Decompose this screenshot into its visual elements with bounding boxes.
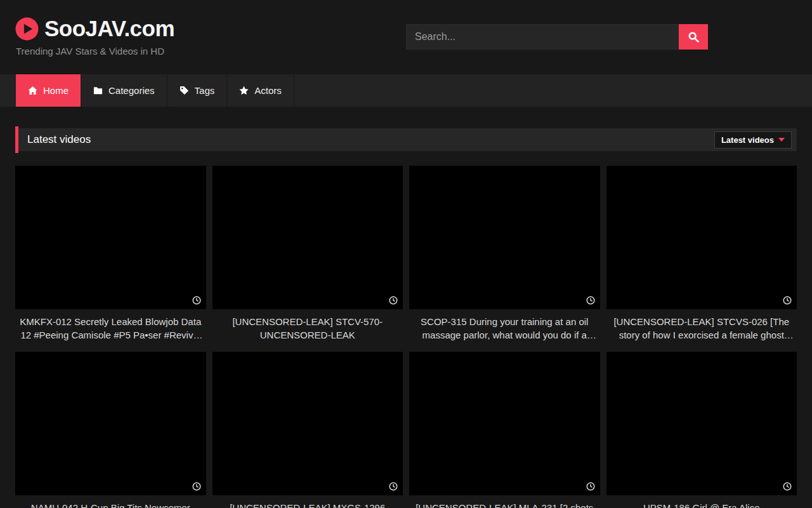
tag-icon [180, 86, 189, 95]
video-card: [UNCENSORED-LEAK] STCVS-026 [The story o… [606, 166, 797, 352]
video-card: [UNCENSORED-LEAK] STCV-570-UNCENSORED-LE… [213, 166, 403, 352]
video-title[interactable]: SCOP-315 During your training at an oil … [412, 315, 598, 342]
star-icon [239, 86, 249, 95]
video-title[interactable]: [UNCENSORED-LEAK] STCV-570-UNCENSORED-LE… [215, 315, 401, 342]
nav-item-label: Tags [195, 85, 215, 96]
clock-icon [389, 482, 398, 491]
video-card: [UNCENSORED-LEAK] MLA-231 [2 shots in [409, 352, 600, 508]
video-thumbnail[interactable] [213, 166, 403, 309]
search-button[interactable] [679, 24, 708, 50]
video-thumbnail[interactable] [15, 166, 206, 309]
nav-item-categories[interactable]: Categories [81, 74, 167, 107]
video-thumbnail[interactable] [606, 166, 797, 309]
nav-item-label: Home [43, 85, 69, 96]
nav-item-home[interactable]: Home [16, 74, 81, 107]
home-icon [28, 86, 37, 95]
nav-item-label: Actors [254, 85, 282, 96]
clock-icon [783, 482, 792, 491]
nav-item-label: Categories [108, 85, 155, 96]
video-title[interactable]: [UNCENSORED-LEAK] STCVS-026 [The story o… [609, 315, 795, 342]
video-thumbnail[interactable] [409, 352, 600, 495]
clock-icon [192, 482, 201, 491]
video-thumbnail[interactable] [409, 166, 600, 309]
video-title[interactable]: [UNCENSORED-LEAK] MXGS-1296 Absolutely [215, 501, 401, 508]
section-header-bar: Latest videos Latest videos [15, 128, 797, 151]
clock-icon [192, 296, 201, 305]
site-title: SooJAV.com [44, 16, 174, 41]
video-card: UPSM-186 Girl @ Era Alice [606, 352, 797, 508]
video-thumbnail[interactable] [15, 352, 206, 495]
video-thumbnail[interactable] [213, 352, 403, 495]
chevron-down-icon [778, 138, 785, 142]
search-input[interactable] [406, 24, 679, 50]
nav-item-actors[interactable]: Actors [227, 74, 294, 107]
video-title[interactable]: NAMU-042 H-Cup Big Tits Newcomer (170cm … [18, 501, 204, 508]
main-nav: Home Categories Tags Actors [0, 74, 812, 107]
clock-icon [586, 482, 595, 491]
site-logo[interactable]: SooJAV.com [15, 16, 174, 41]
nav-item-tags[interactable]: Tags [167, 74, 228, 107]
play-circle-icon [15, 17, 39, 41]
search-form [406, 24, 708, 50]
site-header: SooJAV.com Trending JAV Stars & Videos i… [0, 0, 812, 74]
sort-dropdown-label: Latest videos [721, 135, 774, 145]
sort-dropdown-button[interactable]: Latest videos [714, 131, 792, 149]
video-card: KMKFX-012 Secretly Leaked Blowjob Data 1… [15, 166, 206, 352]
video-card: NAMU-042 H-Cup Big Tits Newcomer (170cm … [15, 352, 206, 508]
clock-icon [389, 296, 398, 305]
clock-icon [586, 296, 595, 305]
video-grid: KMKFX-012 Secretly Leaked Blowjob Data 1… [15, 166, 797, 508]
video-card: [UNCENSORED-LEAK] MXGS-1296 Absolutely [213, 352, 403, 508]
clock-icon [783, 296, 792, 305]
site-tagline: Trending JAV Stars & Videos in HD [16, 46, 164, 57]
folder-icon [93, 86, 103, 95]
search-icon [688, 32, 699, 43]
video-thumbnail[interactable] [606, 352, 797, 495]
section-title: Latest videos [27, 133, 91, 146]
video-title[interactable]: KMKFX-012 Secretly Leaked Blowjob Data 1… [18, 315, 204, 342]
video-title[interactable]: [UNCENSORED-LEAK] MLA-231 [2 shots in [412, 501, 598, 508]
video-card: SCOP-315 During your training at an oil … [409, 166, 600, 352]
video-title[interactable]: UPSM-186 Girl @ Era Alice [609, 501, 795, 508]
